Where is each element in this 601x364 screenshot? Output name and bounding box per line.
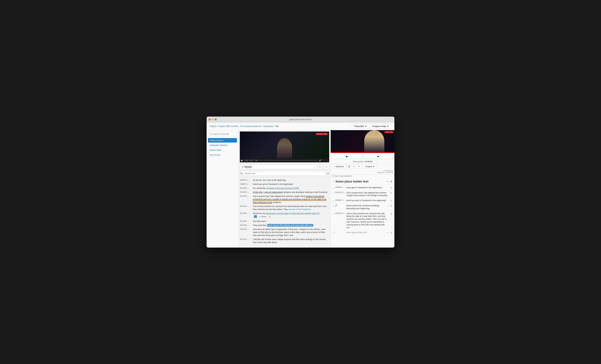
script-delete-3[interactable]: 🗑 [390,199,392,202]
transcript-row: SOLEIO ... Would you be interested in co… [240,211,329,219]
duration-bar: Total duration: 00:00:56 [331,160,394,163]
right-video-placeholder: FRONTLINE [331,130,394,152]
transcript-row: SOLEIO ... At the time, I was an indepen… [240,190,329,194]
script-title-row: ≡ Some place holder text ✏ 🗑 [332,179,393,184]
transcript-row: SOLEIO ... They were like, know, hop on … [240,223,329,227]
drag-handle-6[interactable]: ≡ [333,232,334,234]
mic-icon: 🎤 [335,204,337,206]
video-placeholder: FRONTLINE [240,131,329,158]
script-title-edit-button[interactable]: ✏ [387,180,389,183]
fullscreen-button[interactable]: ⛶ [323,159,324,161]
script-row: ≡ JAMES J... How'd you get to Facebook i… [332,198,393,203]
sidebar-item-nathaniel[interactable]: Nathaniel Gleicher [208,143,237,147]
list-dropdown-button[interactable]: ▼ [352,164,356,169]
volume-button[interactable]: 🔊 [319,159,321,162]
right-stop-button[interactable]: ■ [363,154,393,159]
breadcrumb-sep3: / [274,125,274,128]
breadcrumb-paperedits[interactable]: PaperEdits [263,125,273,128]
time-display: 0:30 / 20:17 [244,159,254,161]
tag-icon: 🏷 [259,215,261,218]
drag-handle-title[interactable]: ≡ [333,180,334,183]
search-icon: 🔍 [210,133,212,135]
search-input[interactable] [243,171,326,176]
sidebar: 🔍 Project's Transcripts Soleio Cuervo Na… [207,130,239,248]
script-delete-2[interactable]: 🗑 [390,192,392,194]
breadcrumb-sep1: / [217,125,218,128]
red-progress-bar [331,152,394,153]
video-container: FRONTLINE ▶ 0:30 / 20:17 🔊 ⛶ ⋮ [240,131,329,162]
breadcrumb-test[interactable]: Test [275,125,279,128]
play-button[interactable]: ▶ [241,159,243,162]
transcripts-button[interactable]: Transcripts 👁 [351,124,370,129]
minimize-button[interactable] [212,118,214,121]
tag-delete-button[interactable]: 🗑 [269,215,271,218]
auto-copy-bar: Auto copy selections [331,175,394,177]
script-title-delete-button[interactable]: 🗑 [390,180,392,183]
save-info: Last saved at 3/6/2020, 7:15:08 PM [377,170,393,173]
list-button[interactable]: ☰ [347,164,352,169]
settings-button[interactable]: ⚙ [324,165,329,169]
transcript-row: SOLEIO ... And so they reached out, beca… [240,204,329,211]
selection-button[interactable]: + Selection [332,164,346,169]
progress-bar[interactable] [255,160,318,161]
drag-handle-1[interactable]: ≡ [333,187,334,189]
script-row: ≡ SOLEIO C... And so they reached out, b… [332,211,393,230]
drag-handle-5[interactable]: ≡ [333,212,334,215]
more-button[interactable]: ⋮ [326,159,328,162]
color-swatch[interactable] [254,215,257,218]
progress-fill [255,160,257,161]
highlight-dropdown[interactable]: ▼ [318,165,322,169]
frontline-badge: FRONTLINE [316,133,328,135]
script-delete-1[interactable]: 🗑 [390,186,392,189]
transcript-area[interactable]: JAMES J... So tell me, let's start at th… [239,177,331,248]
breadcrumb-project[interactable]: Project: PBS Frontline - The Facebook Di… [219,125,261,128]
transcript-row: SOLEIO ... And also one fateful day in S… [240,227,329,237]
maximize-button[interactable] [215,118,217,121]
breadcrumb-projects[interactable]: Projects [209,125,217,128]
eye-icon: 👁 [365,125,367,128]
script-delete-6[interactable]: 🗑 [390,231,392,234]
sidebar-item-soleio[interactable]: Soleio Cuervo [208,138,237,142]
link-text-2[interactable]: interested in coming down to Palo Alto a… [266,212,320,214]
ethics-tag: 🏷 Ethics [258,215,268,218]
drag-handle-3[interactable]: ≡ [333,200,334,202]
right-controls: ▶ ■ [331,153,394,160]
video-controls: ▶ 0:30 / 20:17 🔊 ⛶ ⋮ [240,158,329,162]
transcript-row: SOLEIO ... I felt like half of them were… [240,237,329,244]
transcript-row: JAMES J... So tell me, let's start at th… [240,178,329,182]
window-title: digital-paper-edit-electron [289,118,312,121]
filter-button[interactable]: ▼ [327,172,329,175]
export-icon: ↗ [364,165,366,168]
drag-handle-4[interactable]: ≡ [333,205,334,207]
search-bar: 🔍 ▼ [239,170,331,177]
auto-copy-checkbox[interactable] [332,175,334,177]
breadcrumb-sep2: / [262,125,263,128]
main-layout: 🔍 Project's Transcripts Soleio Cuervo Na… [207,130,394,248]
script-delete-5[interactable]: 🗑 [390,212,392,215]
sidebar-item-naomi[interactable]: Naomi Gleit [208,148,237,152]
drag-handle-2[interactable]: ≡ [333,192,334,194]
refresh-button[interactable]: ↻ [357,164,361,169]
action-bar: + Selection ☰ ▼ ↻ ↗ Export ▼ Last saved … [331,163,394,175]
app-window: digital-paper-edit-electron Projects / P… [207,117,394,248]
program-script-button[interactable]: Program Script 👁 [370,124,392,129]
eye-icon-2: 👁 [387,125,389,128]
transcript-row: SOLEIO ... So I joined the company in th… [240,186,329,190]
script-area[interactable]: ≡ Some place holder text ✏ 🗑 ≡ JAMES J..… [331,177,394,248]
link-text[interactable]: company in the late summer of 2005. [266,187,299,189]
close-button[interactable] [209,118,211,121]
export-button[interactable]: ↗ Export ▼ [362,164,377,169]
right-frontline-badge: FRONTLINE [384,131,393,133]
transcript-row: SOLEIO ... And they were... [240,219,329,223]
placeholder-icon: ▪ [335,231,336,233]
right-play-button[interactable]: ▶ [332,154,362,159]
header-buttons: Transcripts 👁 Program Script 👁 [351,124,392,129]
script-edit-6[interactable]: ✏ [387,231,389,234]
script-edit-4[interactable]: ✏ [387,204,389,207]
script-row: ≡ ▪ Some place holder text ✏ 🗑 [332,230,393,235]
script-row: ≡ JAMES J... d you get to Facebook in th… [332,185,393,190]
sidebar-item-guy[interactable]: Guy Rosen [208,153,237,157]
highlight-button[interactable]: ✏ Highlight [240,165,317,169]
script-delete-4[interactable]: 🗑 [390,204,392,207]
search-transcripts-button[interactable]: 🔍 Project's Transcripts [208,132,237,136]
